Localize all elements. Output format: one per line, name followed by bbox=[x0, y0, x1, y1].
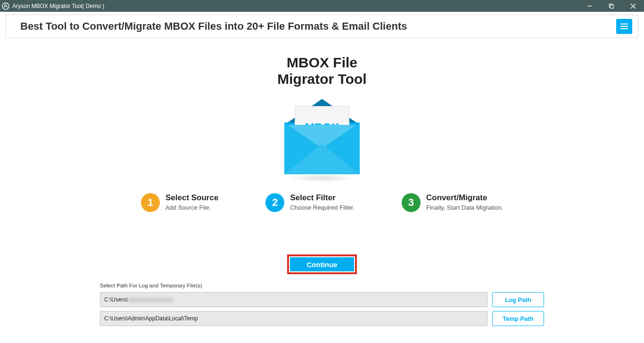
mbox-envelope-icon: MBOX bbox=[282, 99, 362, 177]
close-button[interactable] bbox=[622, 0, 644, 12]
titlebar: Aryson MBOX Migrator Tool( Demo ) bbox=[0, 0, 644, 12]
step-1: 1 Select Source Add Source File. bbox=[141, 193, 218, 212]
menu-button[interactable] bbox=[616, 19, 632, 34]
step-title: Convert/Migrate bbox=[426, 193, 503, 203]
steps-row: 1 Select Source Add Source File. 2 Selec… bbox=[0, 193, 644, 212]
paths-group-label: Select Path For Log and Temporary File(s… bbox=[100, 283, 544, 288]
log-path-input[interactable]: C:\Users\xxxxxxxxxxxxxxxx bbox=[100, 292, 487, 307]
step-3: 3 Convert/Migrate Finally, Start Data Mi… bbox=[402, 193, 503, 212]
step-number-badge: 2 bbox=[265, 193, 284, 212]
temp-path-button[interactable]: Temp Path bbox=[492, 311, 544, 326]
svg-rect-3 bbox=[611, 5, 614, 8]
continue-highlight: Continue bbox=[287, 254, 357, 274]
step-number-badge: 3 bbox=[402, 193, 421, 212]
header-banner: Best Tool to Convert/Migrate MBOX Files … bbox=[6, 15, 638, 38]
headline: Best Tool to Convert/Migrate MBOX Files … bbox=[20, 20, 407, 33]
step-title: Select Filter bbox=[290, 193, 355, 203]
window-title: Aryson MBOX Migrator Tool( Demo ) bbox=[12, 3, 104, 9]
temp-path-input[interactable]: C:\Users\Admin\AppData\Local\Temp bbox=[100, 311, 487, 326]
hero-title: MBOX FileMigrator Tool bbox=[0, 55, 644, 87]
maximize-button[interactable] bbox=[601, 0, 622, 12]
step-desc: Choose Required Filter. bbox=[290, 204, 355, 211]
step-desc: Add Source File. bbox=[165, 204, 218, 211]
app-logo-icon bbox=[2, 2, 9, 10]
log-path-button[interactable]: Log Path bbox=[492, 292, 544, 307]
step-2: 2 Select Filter Choose Required Filter. bbox=[265, 193, 355, 212]
continue-button[interactable]: Continue bbox=[290, 257, 354, 271]
minimize-button[interactable] bbox=[579, 0, 601, 12]
step-number-badge: 1 bbox=[141, 193, 160, 212]
step-desc: Finally, Start Data Migration. bbox=[426, 204, 503, 211]
step-title: Select Source bbox=[165, 193, 218, 203]
hamburger-icon bbox=[620, 24, 628, 29]
